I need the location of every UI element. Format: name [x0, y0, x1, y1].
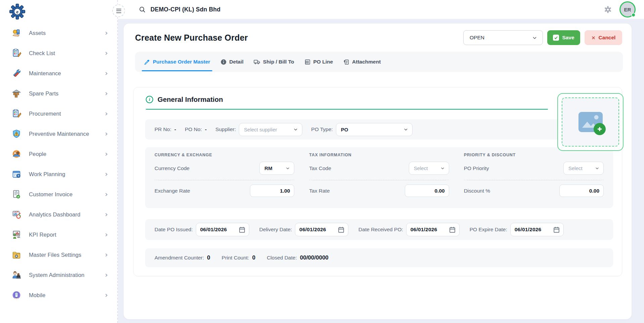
search-icon[interactable]: [139, 6, 146, 13]
sidebar-item-system-administration[interactable]: System Administration ›: [0, 265, 117, 285]
sidebar-item-spare-parts[interactable]: Spare Parts ›: [0, 83, 117, 104]
sidebar-item-analytics-dashboard[interactable]: Analytics Dashboard ›: [0, 204, 117, 225]
close-icon: [591, 36, 596, 40]
chevron-right-icon: ›: [105, 90, 108, 97]
sidebar-item-customer-invoice[interactable]: $ Customer Invoice ›: [0, 184, 117, 204]
tax-code-placeholder: Select: [414, 165, 428, 171]
sidebar-item-label: People: [29, 151, 105, 157]
sidebar-item-label: Mobile: [29, 292, 105, 298]
tab-ship-bill-to[interactable]: Ship / Bill To: [254, 52, 294, 72]
tab-attachment[interactable]: Attachment: [343, 52, 381, 72]
chevron-down-icon: [595, 166, 599, 170]
discount-label: Discount %: [464, 188, 490, 194]
page-title: Create New Purchase Order: [135, 33, 248, 43]
sidebar-item-assets[interactable]: Assets ›: [0, 23, 117, 43]
app-logo[interactable]: e: [0, 1, 117, 22]
date-received-po-value: 06/01/2026: [411, 227, 437, 233]
tax-code-field: Tax Code Select: [309, 157, 449, 180]
closed-date-value: 00/00/0000: [300, 254, 329, 261]
sidebar-item-work-planning[interactable]: Work Planning ›: [0, 164, 117, 184]
sidebar-item-preventive-maintenance[interactable]: Preventive Maintenance ›: [0, 124, 117, 144]
cancel-button-label: Cancel: [599, 35, 616, 41]
po-expire-date-value: 06/01/2026: [515, 227, 542, 233]
tax-rate-input[interactable]: [405, 185, 449, 197]
tab-label: Detail: [229, 59, 244, 65]
po-line-icon: [304, 59, 311, 65]
mobile-icon: [11, 290, 22, 300]
tax-rate-label: Tax Rate: [309, 188, 330, 194]
info-circle-icon: [220, 59, 227, 65]
po-type-label: PO Type:: [311, 126, 333, 132]
customer-invoice-icon: $: [11, 189, 22, 199]
closed-date-label: Closed Date:: [267, 255, 297, 261]
app-root: e Assets › Check List ›: [0, 0, 644, 323]
tax-code-select[interactable]: Select: [409, 162, 449, 175]
maintenance-icon: [11, 68, 22, 78]
image-upload-inner: [562, 97, 619, 147]
date-received-po-input[interactable]: 06/01/2026: [406, 223, 460, 236]
svg-text:KPI: KPI: [17, 237, 20, 238]
amendment-counter-field: Amendment Counter: 0: [155, 254, 210, 261]
chevron-right-icon: ›: [105, 211, 108, 218]
date-received-po-label: Date Received PO:: [358, 227, 403, 233]
calendar-icon: [338, 226, 345, 233]
sidebar-nav: Assets › Check List › Maintenance ›: [0, 23, 117, 305]
tab-detail[interactable]: Detail: [220, 52, 244, 72]
people-icon: [11, 149, 22, 159]
spare-parts-icon: [11, 88, 22, 98]
supplier-select[interactable]: Select supplier: [239, 123, 302, 136]
calendar-icon: [239, 226, 246, 233]
card-header: Create New Purchase Order OPEN Save: [130, 29, 625, 45]
date-po-issued-input[interactable]: 06/01/2026: [196, 223, 249, 236]
tab-po-line[interactable]: PO Line: [304, 52, 333, 72]
kpi-report-icon: KPI: [11, 230, 22, 240]
sidebar-item-label: KPI Report: [29, 232, 105, 238]
info-icon: i: [146, 96, 153, 103]
save-button[interactable]: Save: [547, 30, 580, 45]
sidebar-item-mobile[interactable]: Mobile ›: [0, 285, 117, 305]
chevron-right-icon: ›: [105, 251, 108, 258]
assets-icon: [11, 28, 22, 38]
tax-rate-field: Tax Rate: [309, 180, 449, 202]
sidebar-item-label: Spare Parts: [29, 90, 105, 97]
sidebar-item-maintenance[interactable]: Maintenance ›: [0, 63, 117, 83]
cancel-button[interactable]: Cancel: [585, 30, 622, 45]
chevron-right-icon: ›: [105, 110, 108, 117]
check-list-icon: [11, 48, 22, 58]
exchange-rate-field: Exchange Rate: [155, 180, 294, 202]
sidebar-toggle-button[interactable]: [112, 4, 125, 17]
discount-input[interactable]: [559, 185, 604, 197]
status-dropdown-value: OPEN: [470, 35, 484, 41]
sidebar-item-people[interactable]: People ›: [0, 144, 117, 164]
user-avatar[interactable]: ER: [620, 2, 635, 16]
chevron-right-icon: ›: [105, 271, 108, 279]
po-expire-date-input[interactable]: 06/01/2026: [510, 223, 564, 236]
section-title: General Information: [158, 95, 223, 104]
sidebar-item-check-list[interactable]: Check List ›: [0, 43, 117, 63]
image-upload-dropzone[interactable]: [557, 93, 624, 151]
sidebar-item-label: Customer Invoice: [29, 191, 105, 198]
chevron-down-icon: [293, 127, 298, 132]
delivery-date-field: Delivery Date: 06/01/2026: [259, 223, 348, 236]
pen-icon: [144, 59, 150, 65]
sidebar-item-procurement[interactable]: Procurement ›: [0, 104, 117, 124]
preventive-maintenance-icon: [11, 129, 22, 139]
delivery-date-input[interactable]: 06/01/2026: [295, 223, 348, 236]
status-dropdown[interactable]: OPEN: [463, 30, 543, 45]
sidebar: e Assets › Check List ›: [0, 0, 118, 323]
sidebar-item-kpi-report[interactable]: KPI KPI Report ›: [0, 225, 117, 245]
general-information-header: i General Information: [142, 95, 614, 104]
settings-gear-icon[interactable]: [604, 6, 612, 13]
exchange-rate-label: Exchange Rate: [155, 188, 190, 194]
general-information-section: i General Information: [133, 87, 622, 276]
tab-purchase-order-master[interactable]: Purchase Order Master: [144, 52, 210, 72]
currency-code-select[interactable]: RM: [259, 162, 294, 175]
po-priority-select[interactable]: Select: [563, 162, 604, 175]
sidebar-item-master-files-settings[interactable]: Master Files Settings ›: [0, 245, 117, 265]
exchange-rate-input[interactable]: [250, 185, 294, 197]
chevron-down-icon: [532, 35, 537, 40]
po-type-select[interactable]: PO: [336, 123, 413, 136]
sidebar-item-label: Assets: [29, 30, 105, 36]
po-priority-label: PO Priority: [464, 165, 489, 171]
attachment-icon: [343, 59, 349, 65]
